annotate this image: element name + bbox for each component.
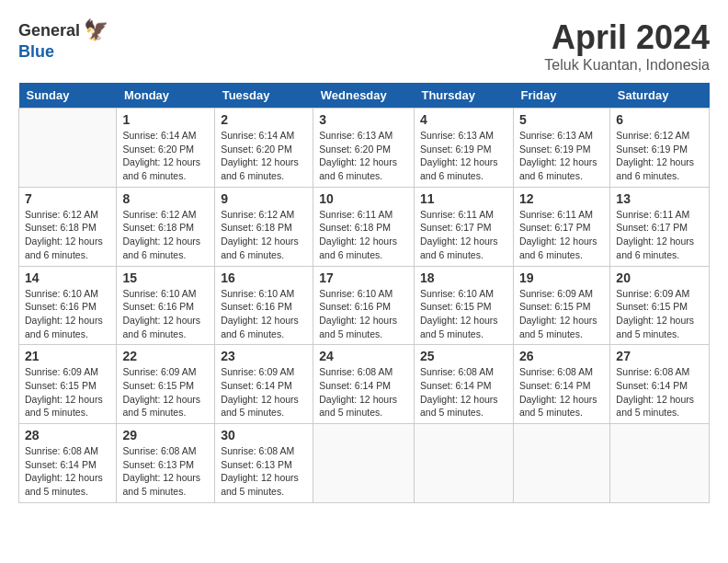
day-info: Sunrise: 6:08 AM Sunset: 6:14 PM Dayligh…: [519, 365, 604, 419]
day-info: Sunrise: 6:09 AM Sunset: 6:14 PM Dayligh…: [221, 365, 307, 419]
day-info: Sunrise: 6:08 AM Sunset: 6:14 PM Dayligh…: [420, 365, 507, 419]
day-header-friday: Friday: [513, 83, 609, 109]
day-header-saturday: Saturday: [610, 83, 710, 109]
calendar-week-1: 1Sunrise: 6:14 AM Sunset: 6:20 PM Daylig…: [19, 109, 710, 188]
month-title: April 2024: [544, 18, 710, 57]
day-info: Sunrise: 6:13 AM Sunset: 6:20 PM Dayligh…: [319, 129, 408, 183]
calendar-cell: 26Sunrise: 6:08 AM Sunset: 6:14 PM Dayli…: [513, 345, 609, 424]
day-number: 26: [519, 349, 604, 363]
day-number: 29: [122, 428, 209, 442]
calendar-cell: 14Sunrise: 6:10 AM Sunset: 6:16 PM Dayli…: [19, 266, 117, 345]
day-number: 2: [221, 112, 307, 127]
day-number: 14: [25, 270, 110, 285]
day-number: 6: [616, 112, 703, 127]
calendar-cell: 13Sunrise: 6:11 AM Sunset: 6:17 PM Dayli…: [610, 187, 710, 266]
day-info: Sunrise: 6:10 AM Sunset: 6:16 PM Dayligh…: [319, 287, 408, 341]
day-info: Sunrise: 6:11 AM Sunset: 6:17 PM Dayligh…: [616, 208, 703, 262]
calendar-cell: 17Sunrise: 6:10 AM Sunset: 6:16 PM Dayli…: [313, 266, 415, 345]
day-number: 27: [616, 349, 703, 363]
logo-general-text: General: [18, 21, 80, 40]
calendar-cell: 12Sunrise: 6:11 AM Sunset: 6:17 PM Dayli…: [513, 187, 609, 266]
logo: General 🦅 Blue: [18, 18, 108, 62]
day-number: 10: [319, 191, 408, 206]
title-section: April 2024 Teluk Kuantan, Indonesia: [544, 18, 710, 74]
day-info: Sunrise: 6:10 AM Sunset: 6:16 PM Dayligh…: [25, 287, 110, 341]
day-number: 15: [122, 270, 209, 285]
calendar-week-5: 28Sunrise: 6:08 AM Sunset: 6:14 PM Dayli…: [19, 424, 710, 503]
day-number: 22: [122, 349, 209, 363]
day-info: Sunrise: 6:11 AM Sunset: 6:18 PM Dayligh…: [319, 208, 408, 262]
day-number: 11: [420, 191, 507, 206]
day-info: Sunrise: 6:10 AM Sunset: 6:16 PM Dayligh…: [122, 287, 209, 341]
day-number: 21: [25, 349, 110, 363]
calendar-cell: 4Sunrise: 6:13 AM Sunset: 6:19 PM Daylig…: [414, 109, 513, 188]
calendar-week-2: 7Sunrise: 6:12 AM Sunset: 6:18 PM Daylig…: [19, 187, 710, 266]
logo-blue-text: Blue: [18, 42, 54, 62]
calendar-cell: [19, 109, 117, 188]
day-info: Sunrise: 6:14 AM Sunset: 6:20 PM Dayligh…: [221, 129, 307, 183]
day-number: 17: [319, 270, 408, 285]
day-number: 12: [519, 191, 604, 206]
day-info: Sunrise: 6:08 AM Sunset: 6:14 PM Dayligh…: [616, 365, 703, 419]
day-number: 19: [519, 270, 604, 285]
day-number: 1: [122, 112, 209, 127]
day-number: 24: [319, 349, 408, 363]
day-header-thursday: Thursday: [414, 83, 513, 109]
day-number: 18: [420, 270, 507, 285]
calendar-cell: 22Sunrise: 6:09 AM Sunset: 6:15 PM Dayli…: [117, 345, 215, 424]
calendar-cell: [513, 424, 609, 503]
day-info: Sunrise: 6:09 AM Sunset: 6:15 PM Dayligh…: [25, 365, 110, 419]
day-header-row: SundayMondayTuesdayWednesdayThursdayFrid…: [19, 83, 710, 109]
calendar-cell: 11Sunrise: 6:11 AM Sunset: 6:17 PM Dayli…: [414, 187, 513, 266]
calendar-cell: 19Sunrise: 6:09 AM Sunset: 6:15 PM Dayli…: [513, 266, 609, 345]
day-number: 30: [221, 428, 307, 442]
calendar-cell: 15Sunrise: 6:10 AM Sunset: 6:16 PM Dayli…: [117, 266, 215, 345]
calendar-cell: 28Sunrise: 6:08 AM Sunset: 6:14 PM Dayli…: [19, 424, 117, 503]
day-info: Sunrise: 6:12 AM Sunset: 6:19 PM Dayligh…: [616, 129, 703, 183]
calendar-cell: 23Sunrise: 6:09 AM Sunset: 6:14 PM Dayli…: [215, 345, 313, 424]
calendar-cell: 29Sunrise: 6:08 AM Sunset: 6:13 PM Dayli…: [117, 424, 215, 503]
calendar-cell: 16Sunrise: 6:10 AM Sunset: 6:16 PM Dayli…: [215, 266, 313, 345]
day-header-wednesday: Wednesday: [313, 83, 415, 109]
day-info: Sunrise: 6:09 AM Sunset: 6:15 PM Dayligh…: [519, 287, 604, 341]
calendar-table: SundayMondayTuesdayWednesdayThursdayFrid…: [18, 83, 710, 503]
calendar-cell: [610, 424, 710, 503]
calendar-cell: 6Sunrise: 6:12 AM Sunset: 6:19 PM Daylig…: [610, 109, 710, 188]
day-info: Sunrise: 6:08 AM Sunset: 6:14 PM Dayligh…: [25, 444, 110, 499]
day-header-monday: Monday: [117, 83, 215, 109]
calendar-cell: 1Sunrise: 6:14 AM Sunset: 6:20 PM Daylig…: [117, 109, 215, 188]
day-info: Sunrise: 6:12 AM Sunset: 6:18 PM Dayligh…: [221, 208, 307, 262]
day-number: 4: [420, 112, 507, 127]
calendar-week-3: 14Sunrise: 6:10 AM Sunset: 6:16 PM Dayli…: [19, 266, 710, 345]
calendar-cell: 20Sunrise: 6:09 AM Sunset: 6:15 PM Dayli…: [610, 266, 710, 345]
day-header-tuesday: Tuesday: [215, 83, 313, 109]
calendar-cell: [313, 424, 415, 503]
day-info: Sunrise: 6:08 AM Sunset: 6:13 PM Dayligh…: [122, 444, 209, 499]
day-info: Sunrise: 6:13 AM Sunset: 6:19 PM Dayligh…: [420, 129, 507, 183]
calendar-cell: 18Sunrise: 6:10 AM Sunset: 6:15 PM Dayli…: [414, 266, 513, 345]
calendar-cell: 24Sunrise: 6:08 AM Sunset: 6:14 PM Dayli…: [313, 345, 415, 424]
day-info: Sunrise: 6:11 AM Sunset: 6:17 PM Dayligh…: [519, 208, 604, 262]
calendar-cell: [414, 424, 513, 503]
calendar-cell: 30Sunrise: 6:08 AM Sunset: 6:13 PM Dayli…: [215, 424, 313, 503]
day-info: Sunrise: 6:11 AM Sunset: 6:17 PM Dayligh…: [420, 208, 507, 262]
day-number: 28: [25, 428, 110, 442]
calendar-cell: 2Sunrise: 6:14 AM Sunset: 6:20 PM Daylig…: [215, 109, 313, 188]
location-subtitle: Teluk Kuantan, Indonesia: [544, 57, 710, 74]
calendar-cell: 21Sunrise: 6:09 AM Sunset: 6:15 PM Dayli…: [19, 345, 117, 424]
day-number: 23: [221, 349, 307, 363]
day-info: Sunrise: 6:12 AM Sunset: 6:18 PM Dayligh…: [25, 208, 110, 262]
day-info: Sunrise: 6:09 AM Sunset: 6:15 PM Dayligh…: [616, 287, 703, 341]
calendar-cell: 27Sunrise: 6:08 AM Sunset: 6:14 PM Dayli…: [610, 345, 710, 424]
day-info: Sunrise: 6:08 AM Sunset: 6:13 PM Dayligh…: [221, 444, 307, 499]
day-info: Sunrise: 6:08 AM Sunset: 6:14 PM Dayligh…: [319, 365, 408, 419]
calendar-cell: 9Sunrise: 6:12 AM Sunset: 6:18 PM Daylig…: [215, 187, 313, 266]
day-header-sunday: Sunday: [19, 83, 117, 109]
calendar-cell: 5Sunrise: 6:13 AM Sunset: 6:19 PM Daylig…: [513, 109, 609, 188]
calendar-cell: 10Sunrise: 6:11 AM Sunset: 6:18 PM Dayli…: [313, 187, 415, 266]
day-info: Sunrise: 6:14 AM Sunset: 6:20 PM Dayligh…: [122, 129, 209, 183]
calendar-cell: 8Sunrise: 6:12 AM Sunset: 6:18 PM Daylig…: [117, 187, 215, 266]
day-number: 5: [519, 112, 604, 127]
day-info: Sunrise: 6:10 AM Sunset: 6:15 PM Dayligh…: [420, 287, 507, 341]
calendar-cell: 25Sunrise: 6:08 AM Sunset: 6:14 PM Dayli…: [414, 345, 513, 424]
